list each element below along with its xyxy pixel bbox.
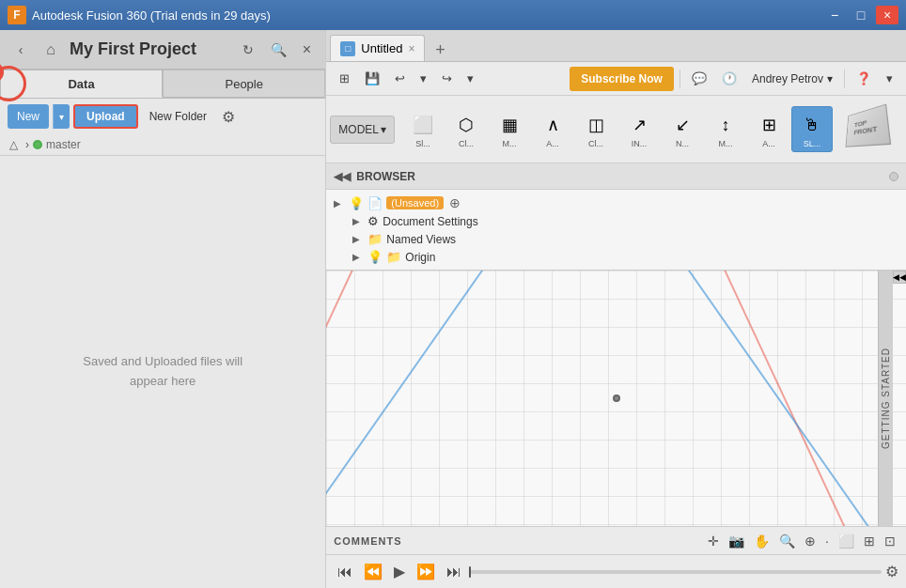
- tree-label-origin: Origin: [405, 251, 435, 264]
- left-panel: ‹ ⌂ My First Project ↻ 🔍 × 1 Data People…: [0, 30, 326, 588]
- breadcrumb-home-icon: △: [9, 138, 18, 151]
- undo-dropdown[interactable]: ▾: [414, 67, 432, 91]
- origin-dot: [613, 395, 620, 402]
- timeline-settings-button[interactable]: ⚙: [885, 563, 898, 580]
- snap-button[interactable]: ⊡: [882, 534, 898, 549]
- home-button[interactable]: ⌂: [39, 39, 62, 61]
- browser-collapse-button[interactable]: ◀◀: [334, 170, 351, 183]
- chat-button[interactable]: 💬: [686, 67, 712, 91]
- tree-icon-origin: 💡: [367, 250, 383, 264]
- doc-tab-untitled[interactable]: □ Untitled ×: [330, 35, 425, 61]
- tab-people[interactable]: People: [163, 70, 325, 98]
- zoom-button[interactable]: 🔍: [776, 534, 798, 549]
- tool-insert[interactable]: ↗ IN...: [618, 106, 660, 152]
- tree-label-namedviews: Named Views: [386, 233, 456, 246]
- viewport[interactable]: GETTING STARTED ◀◀: [326, 271, 906, 526]
- breadcrumb-separator: ›: [25, 138, 29, 151]
- tool-modify[interactable]: ⬡ Cl...: [445, 106, 487, 152]
- grid-view-button[interactable]: ⊞: [334, 67, 355, 91]
- add-tab-button[interactable]: +: [429, 39, 451, 61]
- skip-end-button[interactable]: ⏭: [443, 564, 465, 580]
- tree-add-button[interactable]: ⊕: [449, 195, 461, 210]
- new-button[interactable]: New: [8, 104, 49, 129]
- tool-addins[interactable]: ↕ M...: [705, 106, 746, 152]
- user-name: Andrey Petrov: [752, 72, 823, 85]
- tool-construct[interactable]: ∧ A...: [532, 106, 573, 152]
- new-dropdown-button[interactable]: ▾: [53, 104, 70, 129]
- nav-back-button[interactable]: ‹: [9, 39, 32, 61]
- tab-data[interactable]: Data: [0, 70, 163, 98]
- save-button[interactable]: 💾: [359, 67, 385, 91]
- close-panel-button[interactable]: ×: [297, 40, 316, 59]
- tool-modify-icon: ⬡: [451, 110, 481, 140]
- tool-group-1: ⬜ Sl... ⬡ Cl... ▦ M... ∧ A... ◫ Cl...: [402, 106, 833, 152]
- scroll-up-button[interactable]: ◀◀: [893, 271, 906, 284]
- tree-icon-settings: ⚙: [367, 214, 379, 228]
- branch-dot: [33, 140, 42, 149]
- move-tool-button[interactable]: ✛: [705, 534, 722, 549]
- tool-create-label: Sl...: [415, 140, 430, 148]
- tree-item-settings[interactable]: ▶ ⚙ Document Settings: [326, 212, 906, 230]
- tool-assemble[interactable]: ▦ M...: [489, 106, 530, 152]
- user-dropdown-icon: ▾: [827, 72, 833, 85]
- branch-indicator: master: [33, 138, 81, 151]
- tool-select[interactable]: ⊞ A...: [748, 106, 789, 152]
- timeline-bar[interactable]: [469, 570, 882, 574]
- tool-make[interactable]: ↙ N...: [662, 106, 703, 152]
- getting-started-label: GETTING STARTED: [881, 348, 891, 449]
- model-selector-label: MODEL: [338, 123, 379, 136]
- refresh-button[interactable]: ↻: [237, 39, 259, 61]
- tool-create[interactable]: ⬜ Sl...: [402, 106, 444, 152]
- subscribe-button[interactable]: Subscribe Now: [570, 67, 674, 91]
- help-button[interactable]: ❓: [851, 67, 877, 91]
- skip-start-button[interactable]: ⏮: [334, 564, 356, 580]
- separator-dot: ·: [822, 534, 832, 549]
- doc-tab-title: Untitled: [361, 41, 402, 55]
- tool-inspect-icon: ◫: [581, 110, 611, 140]
- camera-button[interactable]: 📷: [726, 534, 747, 549]
- tool-inspect[interactable]: ◫ Cl...: [575, 106, 617, 152]
- user-menu-button[interactable]: Andrey Petrov ▾: [746, 72, 838, 85]
- tool-assemble-icon: ▦: [494, 110, 524, 140]
- next-frame-button[interactable]: ⏩: [413, 563, 439, 580]
- browser-tree: ▶ 💡 📄 (Unsaved) ⊕ ▶ ⚙ Document Settings …: [326, 190, 906, 271]
- model-selector-arrow: ▾: [381, 123, 386, 136]
- left-header: ‹ ⌂ My First Project ↻ 🔍 ×: [0, 30, 325, 70]
- tool-insert-icon: ↗: [624, 110, 654, 140]
- prev-frame-button[interactable]: ⏪: [360, 563, 386, 580]
- browser-dot: [889, 172, 898, 181]
- tree-item-namedviews[interactable]: ▶ 📁 Named Views: [326, 230, 906, 248]
- maximize-button[interactable]: □: [850, 6, 872, 24]
- viewcube[interactable]: TOPFRONT: [836, 99, 902, 160]
- settings-button[interactable]: ⚙: [218, 106, 239, 128]
- tool-active[interactable]: 🖱 SL...: [791, 106, 833, 152]
- empty-msg-line1: Saved and Uploaded files will: [83, 352, 242, 372]
- upload-button[interactable]: Upload: [73, 104, 138, 129]
- display-mode-button[interactable]: ⬜: [836, 534, 857, 549]
- timeline-marker: [469, 566, 471, 578]
- model-selector[interactable]: MODEL ▾: [330, 116, 395, 144]
- redo-button[interactable]: ↪: [436, 67, 458, 91]
- close-button[interactable]: ×: [876, 6, 898, 24]
- getting-started-panel[interactable]: GETTING STARTED: [878, 271, 893, 526]
- app-title: Autodesk Fusion 360 (Trial ends in 29 da…: [32, 8, 271, 23]
- zoom-extent-button[interactable]: ⊕: [802, 534, 819, 549]
- grid-button[interactable]: ⊞: [861, 534, 878, 549]
- new-folder-button[interactable]: New Folder: [142, 104, 214, 129]
- viewcube-box: TOPFRONT: [846, 103, 892, 147]
- tool-select-icon: ⊞: [754, 110, 784, 140]
- redo-dropdown[interactable]: ▾: [461, 67, 479, 91]
- undo-button[interactable]: ↩: [389, 67, 411, 91]
- tree-item-origin[interactable]: ▶ 💡 📁 Origin: [326, 248, 906, 266]
- search-button[interactable]: 🔍: [267, 39, 289, 61]
- minimize-button[interactable]: −: [823, 6, 846, 24]
- doc-tab-close-button[interactable]: ×: [408, 42, 414, 55]
- tree-arrow-namedviews: ▶: [352, 234, 364, 244]
- help-dropdown[interactable]: ▾: [881, 67, 898, 91]
- play-button[interactable]: ▶: [390, 563, 409, 580]
- history-button[interactable]: 🕐: [716, 67, 742, 91]
- tree-item-root[interactable]: ▶ 💡 📄 (Unsaved) ⊕: [326, 193, 906, 212]
- pan-button[interactable]: ✋: [751, 534, 773, 549]
- toolbar-separator: [680, 70, 680, 88]
- empty-msg-line2: appear here: [130, 372, 195, 392]
